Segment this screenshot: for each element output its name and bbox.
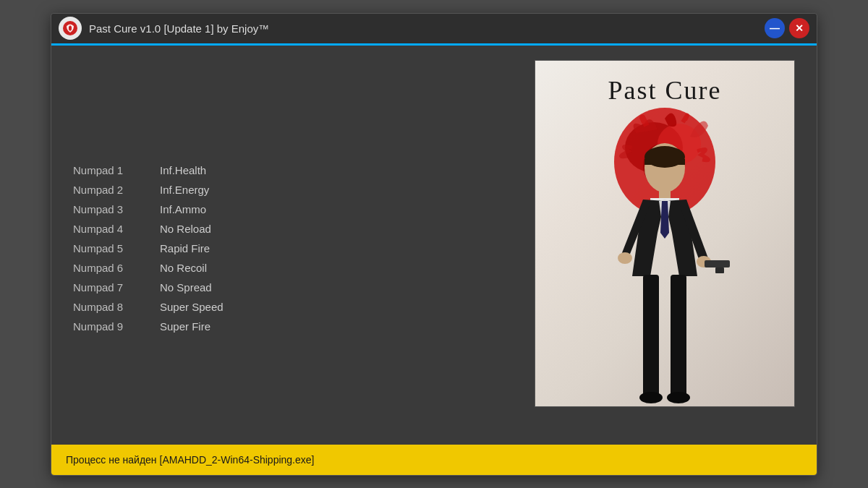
- content-area: Numpad 1Inf.HealthNumpad 2Inf.EnergyNump…: [51, 46, 817, 475]
- cheat-name: Inf.Health: [160, 164, 206, 176]
- cheat-name: Super Speed: [160, 301, 224, 313]
- game-title: Past Cure: [535, 75, 794, 106]
- cheat-key: Numpad 5: [73, 242, 160, 254]
- cheat-row: Numpad 7No Spread: [73, 278, 513, 296]
- window-controls: — ✕: [765, 18, 809, 38]
- cheat-row: Numpad 4No Reload: [73, 220, 513, 238]
- minimize-button[interactable]: —: [765, 18, 785, 38]
- svg-rect-12: [705, 260, 730, 267]
- cheat-key: Numpad 9: [73, 320, 160, 333]
- svg-rect-9: [671, 275, 686, 398]
- close-button[interactable]: ✕: [789, 18, 809, 38]
- svg-point-10: [618, 252, 632, 264]
- main-area: Numpad 1Inf.HealthNumpad 2Inf.EnergyNump…: [51, 46, 817, 445]
- app-logo: [59, 17, 82, 40]
- cheat-key: Numpad 3: [73, 203, 160, 215]
- cheat-name: Super Fire: [160, 320, 210, 333]
- cheat-key: Numpad 6: [73, 262, 160, 274]
- cheat-name: No Spread: [160, 281, 212, 294]
- cheat-name: Inf.Energy: [160, 184, 209, 196]
- cheat-name: Rapid Fire: [160, 242, 210, 254]
- cheat-key: Numpad 8: [73, 301, 160, 313]
- cheat-row: Numpad 9Super Fire: [73, 317, 513, 335]
- svg-rect-13: [715, 267, 724, 273]
- cheat-row: Numpad 1Inf.Health: [73, 161, 513, 179]
- cheat-row: Numpad 2Inf.Energy: [73, 181, 513, 199]
- cheat-row: Numpad 6No Recoil: [73, 259, 513, 277]
- game-image: Past Cure: [535, 60, 795, 407]
- status-bar: Процесс не найден [AMAHDD_2-Win64-Shippi…: [51, 445, 817, 475]
- cheat-list: Numpad 1Inf.HealthNumpad 2Inf.EnergyNump…: [73, 60, 513, 430]
- cheat-name: No Recoil: [160, 262, 207, 274]
- svg-point-14: [639, 392, 663, 403]
- cheat-name: No Reload: [160, 223, 211, 235]
- svg-rect-8: [643, 275, 659, 398]
- title-bar: Past Cure v1.0 [Update 1] by Enjoy™ — ✕: [51, 14, 817, 46]
- status-message: Процесс не найден [AMAHDD_2-Win64-Shippi…: [66, 454, 314, 466]
- cheat-row: Numpad 8Super Speed: [73, 298, 513, 316]
- window-title: Past Cure v1.0 [Update 1] by Enjoy™: [89, 22, 765, 35]
- cheat-row: Numpad 3Inf.Ammo: [73, 200, 513, 218]
- cheat-key: Numpad 7: [73, 281, 160, 294]
- main-window: Past Cure v1.0 [Update 1] by Enjoy™ — ✕ …: [51, 13, 817, 476]
- cheat-key: Numpad 2: [73, 184, 160, 196]
- cheat-key: Numpad 1: [73, 164, 160, 176]
- svg-point-15: [667, 392, 690, 403]
- cheat-key: Numpad 4: [73, 223, 160, 235]
- cheat-row: Numpad 5Rapid Fire: [73, 239, 513, 257]
- character-figure: [571, 132, 759, 406]
- cheat-name: Inf.Ammo: [160, 203, 206, 215]
- svg-rect-17: [644, 159, 685, 165]
